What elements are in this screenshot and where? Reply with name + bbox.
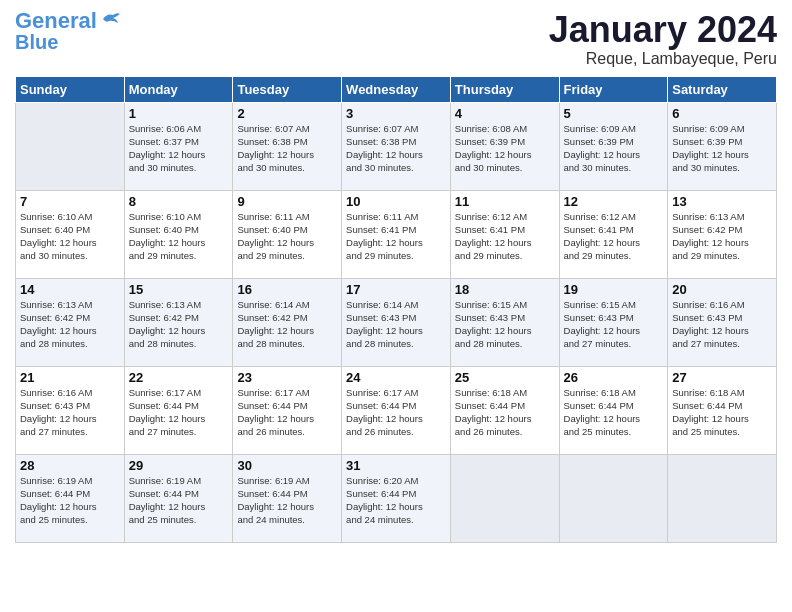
day-number: 14 [20, 282, 120, 297]
calendar-cell: 17Sunrise: 6:14 AMSunset: 6:43 PMDayligh… [342, 278, 451, 366]
logo-blue: Blue [15, 32, 58, 52]
day-number: 6 [672, 106, 772, 121]
title-block: January 2024 Reque, Lambayeque, Peru [549, 10, 777, 68]
calendar-cell: 7Sunrise: 6:10 AMSunset: 6:40 PMDaylight… [16, 190, 125, 278]
day-info: Sunrise: 6:17 AMSunset: 6:44 PMDaylight:… [237, 386, 337, 439]
location: Reque, Lambayeque, Peru [549, 50, 777, 68]
day-info: Sunrise: 6:13 AMSunset: 6:42 PMDaylight:… [672, 210, 772, 263]
day-number: 15 [129, 282, 229, 297]
calendar-cell: 19Sunrise: 6:15 AMSunset: 6:43 PMDayligh… [559, 278, 668, 366]
day-number: 5 [564, 106, 664, 121]
bird-icon [101, 9, 121, 29]
calendar-cell [16, 102, 125, 190]
day-number: 18 [455, 282, 555, 297]
day-number: 12 [564, 194, 664, 209]
day-info: Sunrise: 6:18 AMSunset: 6:44 PMDaylight:… [672, 386, 772, 439]
calendar-cell: 21Sunrise: 6:16 AMSunset: 6:43 PMDayligh… [16, 366, 125, 454]
logo-text: General [15, 10, 97, 32]
weekday-header: Friday [559, 76, 668, 102]
month-title: January 2024 [549, 10, 777, 50]
calendar-cell: 22Sunrise: 6:17 AMSunset: 6:44 PMDayligh… [124, 366, 233, 454]
day-info: Sunrise: 6:11 AMSunset: 6:40 PMDaylight:… [237, 210, 337, 263]
calendar-cell: 30Sunrise: 6:19 AMSunset: 6:44 PMDayligh… [233, 454, 342, 542]
header: General Blue January 2024 Reque, Lambaye… [15, 10, 777, 68]
day-info: Sunrise: 6:07 AMSunset: 6:38 PMDaylight:… [346, 122, 446, 175]
day-info: Sunrise: 6:16 AMSunset: 6:43 PMDaylight:… [672, 298, 772, 351]
day-info: Sunrise: 6:19 AMSunset: 6:44 PMDaylight:… [129, 474, 229, 527]
day-number: 2 [237, 106, 337, 121]
calendar-cell: 2Sunrise: 6:07 AMSunset: 6:38 PMDaylight… [233, 102, 342, 190]
day-number: 1 [129, 106, 229, 121]
weekday-header: Sunday [16, 76, 125, 102]
day-info: Sunrise: 6:15 AMSunset: 6:43 PMDaylight:… [455, 298, 555, 351]
calendar-cell: 5Sunrise: 6:09 AMSunset: 6:39 PMDaylight… [559, 102, 668, 190]
calendar-cell: 10Sunrise: 6:11 AMSunset: 6:41 PMDayligh… [342, 190, 451, 278]
day-info: Sunrise: 6:15 AMSunset: 6:43 PMDaylight:… [564, 298, 664, 351]
day-info: Sunrise: 6:14 AMSunset: 6:43 PMDaylight:… [346, 298, 446, 351]
day-info: Sunrise: 6:19 AMSunset: 6:44 PMDaylight:… [20, 474, 120, 527]
day-info: Sunrise: 6:12 AMSunset: 6:41 PMDaylight:… [455, 210, 555, 263]
calendar: SundayMondayTuesdayWednesdayThursdayFrid… [15, 76, 777, 543]
calendar-cell: 25Sunrise: 6:18 AMSunset: 6:44 PMDayligh… [450, 366, 559, 454]
calendar-cell: 9Sunrise: 6:11 AMSunset: 6:40 PMDaylight… [233, 190, 342, 278]
day-info: Sunrise: 6:08 AMSunset: 6:39 PMDaylight:… [455, 122, 555, 175]
calendar-cell: 29Sunrise: 6:19 AMSunset: 6:44 PMDayligh… [124, 454, 233, 542]
day-info: Sunrise: 6:11 AMSunset: 6:41 PMDaylight:… [346, 210, 446, 263]
calendar-cell: 27Sunrise: 6:18 AMSunset: 6:44 PMDayligh… [668, 366, 777, 454]
calendar-cell: 12Sunrise: 6:12 AMSunset: 6:41 PMDayligh… [559, 190, 668, 278]
calendar-cell: 11Sunrise: 6:12 AMSunset: 6:41 PMDayligh… [450, 190, 559, 278]
calendar-cell: 3Sunrise: 6:07 AMSunset: 6:38 PMDaylight… [342, 102, 451, 190]
day-number: 30 [237, 458, 337, 473]
day-number: 22 [129, 370, 229, 385]
calendar-cell [450, 454, 559, 542]
calendar-week-row: 1Sunrise: 6:06 AMSunset: 6:37 PMDaylight… [16, 102, 777, 190]
day-info: Sunrise: 6:18 AMSunset: 6:44 PMDaylight:… [564, 386, 664, 439]
day-info: Sunrise: 6:10 AMSunset: 6:40 PMDaylight:… [129, 210, 229, 263]
day-number: 28 [20, 458, 120, 473]
page: General Blue January 2024 Reque, Lambaye… [0, 0, 792, 612]
calendar-cell: 18Sunrise: 6:15 AMSunset: 6:43 PMDayligh… [450, 278, 559, 366]
day-number: 27 [672, 370, 772, 385]
calendar-cell: 6Sunrise: 6:09 AMSunset: 6:39 PMDaylight… [668, 102, 777, 190]
day-number: 7 [20, 194, 120, 209]
day-number: 9 [237, 194, 337, 209]
calendar-cell: 8Sunrise: 6:10 AMSunset: 6:40 PMDaylight… [124, 190, 233, 278]
day-number: 21 [20, 370, 120, 385]
calendar-cell: 4Sunrise: 6:08 AMSunset: 6:39 PMDaylight… [450, 102, 559, 190]
calendar-cell: 13Sunrise: 6:13 AMSunset: 6:42 PMDayligh… [668, 190, 777, 278]
day-number: 31 [346, 458, 446, 473]
day-info: Sunrise: 6:06 AMSunset: 6:37 PMDaylight:… [129, 122, 229, 175]
weekday-header: Wednesday [342, 76, 451, 102]
day-info: Sunrise: 6:19 AMSunset: 6:44 PMDaylight:… [237, 474, 337, 527]
day-number: 25 [455, 370, 555, 385]
day-number: 17 [346, 282, 446, 297]
day-info: Sunrise: 6:16 AMSunset: 6:43 PMDaylight:… [20, 386, 120, 439]
day-number: 23 [237, 370, 337, 385]
day-number: 19 [564, 282, 664, 297]
day-number: 16 [237, 282, 337, 297]
weekday-header: Saturday [668, 76, 777, 102]
day-number: 24 [346, 370, 446, 385]
calendar-week-row: 7Sunrise: 6:10 AMSunset: 6:40 PMDaylight… [16, 190, 777, 278]
weekday-header: Thursday [450, 76, 559, 102]
calendar-week-row: 14Sunrise: 6:13 AMSunset: 6:42 PMDayligh… [16, 278, 777, 366]
calendar-cell [668, 454, 777, 542]
calendar-cell: 14Sunrise: 6:13 AMSunset: 6:42 PMDayligh… [16, 278, 125, 366]
day-number: 8 [129, 194, 229, 209]
day-info: Sunrise: 6:13 AMSunset: 6:42 PMDaylight:… [129, 298, 229, 351]
day-number: 26 [564, 370, 664, 385]
day-number: 10 [346, 194, 446, 209]
day-info: Sunrise: 6:09 AMSunset: 6:39 PMDaylight:… [672, 122, 772, 175]
day-info: Sunrise: 6:10 AMSunset: 6:40 PMDaylight:… [20, 210, 120, 263]
calendar-cell: 28Sunrise: 6:19 AMSunset: 6:44 PMDayligh… [16, 454, 125, 542]
calendar-cell: 31Sunrise: 6:20 AMSunset: 6:44 PMDayligh… [342, 454, 451, 542]
calendar-cell: 23Sunrise: 6:17 AMSunset: 6:44 PMDayligh… [233, 366, 342, 454]
calendar-cell [559, 454, 668, 542]
weekday-header: Tuesday [233, 76, 342, 102]
day-number: 20 [672, 282, 772, 297]
day-info: Sunrise: 6:14 AMSunset: 6:42 PMDaylight:… [237, 298, 337, 351]
calendar-cell: 20Sunrise: 6:16 AMSunset: 6:43 PMDayligh… [668, 278, 777, 366]
day-info: Sunrise: 6:18 AMSunset: 6:44 PMDaylight:… [455, 386, 555, 439]
day-number: 29 [129, 458, 229, 473]
day-info: Sunrise: 6:09 AMSunset: 6:39 PMDaylight:… [564, 122, 664, 175]
